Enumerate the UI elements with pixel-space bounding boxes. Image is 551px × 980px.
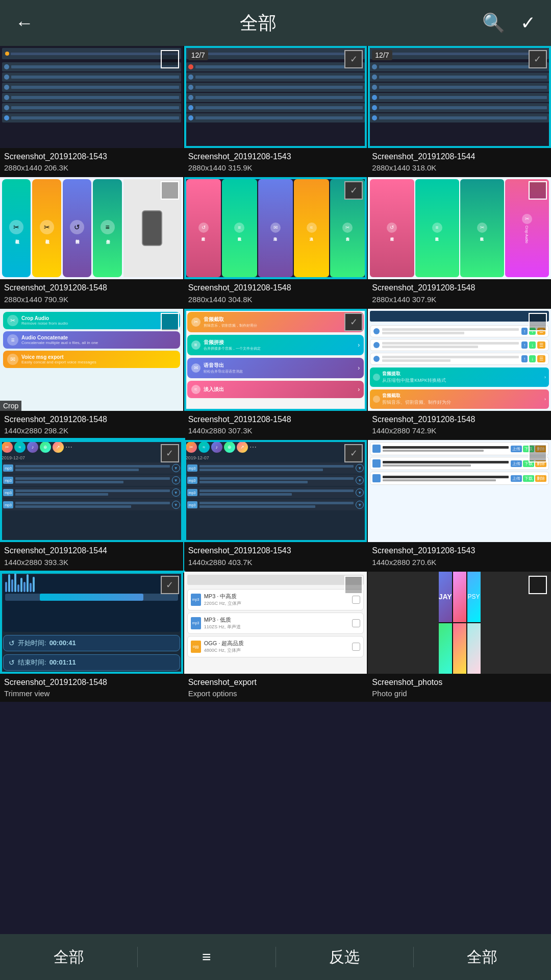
select-checkbox[interactable]: ✓: [344, 444, 363, 462]
grid-item[interactable]: ✂ ≈ ♪ ⊕ ↗ ⋯ 2019-12-07 mp3 ▼: [0, 440, 183, 570]
item-name: Screenshot_20191208-1543: [4, 151, 179, 162]
confirm-button[interactable]: ✓: [520, 12, 536, 34]
bottom-nav-all[interactable]: 全部: [0, 947, 137, 968]
concat-item-4-label: 淡入淡出: [204, 386, 224, 393]
item-info: Screenshot_20191208-1544 2880x1440 318.0…: [368, 148, 551, 176]
grid-item[interactable]: 上传 下载 删除 上传 下载: [368, 440, 551, 570]
photo-cell: [467, 623, 481, 674]
item-meta: 1440x2880 270.6K: [372, 557, 547, 568]
item-info: Screenshot_20191208-1548 1440x2880 307.3…: [184, 411, 367, 439]
item-name: Screenshot_20191208-1544: [372, 151, 547, 162]
back-button[interactable]: ←: [15, 12, 34, 34]
item-meta: 2880x1440 315.9K: [188, 162, 363, 173]
item-name: Screenshot_20191208-1543: [188, 545, 363, 556]
item-info: Screenshot_20191208-1544 1440x2880 393.3…: [0, 542, 183, 570]
end-time-btn[interactable]: ↺ 结束时间: 00:01:11: [3, 654, 180, 671]
grid-item[interactable]: ✂ Crop Audio Remove noise from audio ≡ A…: [0, 309, 183, 439]
select-checkbox[interactable]: ✓: [161, 444, 179, 462]
item-info: Screenshot_20191208-1543 1440x2880 403.7…: [184, 542, 367, 570]
select-checkbox[interactable]: [161, 181, 179, 200]
select-checkbox[interactable]: [529, 444, 547, 462]
select-checkbox[interactable]: [529, 313, 547, 331]
audio-clip-desc: 剪辑音乐、切割音频、制作好为分: [382, 399, 451, 406]
item-name: Screenshot_20191208-1548: [4, 414, 179, 425]
bottom-menu-label: ≡: [202, 948, 211, 966]
audio-concat-desc: Concatenate multiple aud o files, all in…: [21, 340, 98, 345]
grid-item[interactable]: JAY PSY: [368, 572, 551, 702]
select-checkbox[interactable]: ✓: [529, 50, 547, 68]
concat-item-1-label: 音频截取: [204, 316, 257, 323]
item-info: Screenshot_20191208-1543 1440x2880 270.6…: [368, 542, 551, 570]
item-name: Screenshot_export: [188, 677, 363, 688]
grid-item[interactable]: ↺ 音频处理 ≡ 音频提取 ✂ 音频截取 ✂ Crop Audio: [368, 177, 551, 307]
select-checkbox[interactable]: [161, 50, 179, 68]
item-meta: 1440x2880 403.7K: [188, 557, 363, 568]
select-checkbox[interactable]: ✓: [344, 313, 363, 331]
grid-item[interactable]: ✂ 音频截取 ✂ 截取音频 ↺ 音频转换 ≡ 合并音频: [0, 177, 183, 307]
select-checkbox[interactable]: [161, 313, 179, 331]
grid-item[interactable]: ✂ ≈ ♪ ⊕ ↗ ⋯ 2019-12-07 mp3 ▼ mp3: [184, 440, 367, 570]
item-meta: 2880x1440 206.3K: [4, 162, 179, 173]
audio-extract-label: 音频提取: [382, 371, 446, 377]
export-option-3: OGG · 超高品质: [204, 640, 349, 647]
grid-item[interactable]: mp3 MP3 · 中高质 220SC Hz, 立体声 mp3 MP3 · 低质…: [184, 572, 367, 702]
item-name: Screenshot_photos: [372, 677, 547, 688]
item-info: Screenshot_20191208-1548 2880x1440 304.8…: [184, 279, 367, 307]
item-meta: 2880x1440 304.8K: [188, 294, 363, 305]
bottom-invert-label: 反选: [329, 947, 360, 968]
select-checkbox[interactable]: ✓: [344, 181, 363, 200]
concat-item-1-desc: 剪辑音乐，切割音频，制作好用分: [204, 323, 257, 328]
export-option-2: MP3 · 低质: [204, 616, 349, 624]
item-info: Screenshot_export Export options: [184, 674, 367, 702]
start-time-value: 00:00:41: [49, 639, 76, 647]
item-meta: 1440x2880 742.9K: [372, 425, 547, 436]
export-option-1: MP3 · 中高质: [204, 593, 349, 600]
item-info: Screenshot_20191208-1548 1440x2880 298.2…: [0, 411, 183, 439]
item-info: Screenshot_20191208-1548 1440x2880 742.9…: [368, 411, 551, 439]
item-info: Screenshot_20191208-1548 2880x1440 307.9…: [368, 279, 551, 307]
item-name: Screenshot_20191208-1548: [4, 282, 179, 293]
item-meta: 2880x1440 307.9K: [372, 294, 547, 305]
grid-item[interactable]: ✂ 音频截取 剪辑音乐，切割音频，制作好用分 › ≡ 音频拼接 合并拼接多个音频…: [184, 309, 367, 439]
select-checkbox[interactable]: [529, 576, 547, 594]
crop-audio-label: Crop Audio: [21, 315, 68, 321]
content-area: Screenshot_20191208-1543 2880x1440 206.3…: [0, 46, 551, 748]
item-name: Screenshot_20191208-1543: [372, 545, 547, 556]
grid-item[interactable]: ✓ 12/7 Screenshot_20191208-1544 2880x144…: [368, 46, 551, 176]
bottom-nav-menu[interactable]: ≡: [138, 948, 275, 966]
select-checkbox[interactable]: [529, 181, 547, 200]
photo-cell: [453, 572, 466, 622]
start-time-btn[interactable]: ↺ 开始时间: 00:00:41: [3, 635, 180, 651]
audio-extract-desc: 从压缩包中批量KMPK转换格式: [382, 377, 446, 384]
concat-item-3-label: 语音导出: [204, 362, 243, 369]
item-info: Screenshot_20191208-1548 Trimmer view: [0, 674, 183, 702]
item-meta: 2880x1440 790.9K: [4, 294, 179, 305]
end-time-value: 00:01:11: [49, 658, 76, 666]
grid-item[interactable]: ↺ 音频处理 ≡ 音频截取 ✉ 消息导出 ≈ 淡入淡出: [184, 177, 367, 307]
select-checkbox[interactable]: ✓: [161, 576, 179, 594]
select-checkbox[interactable]: ✓: [344, 50, 363, 68]
item-name: Screenshot_20191208-1548: [372, 414, 547, 425]
item-meta: Export options: [188, 688, 363, 699]
grid-item[interactable]: ↑ ↓ ☰ ↑ ↓ ☰: [368, 309, 551, 439]
header: ← 全部 🔍 ✓: [0, 0, 551, 46]
item-info: Screenshot_20191208-1548 2880x1440 790.9…: [0, 279, 183, 307]
concat-item-2-desc: 合并拼接多个音频，一个文件全搞定: [204, 346, 261, 351]
crop-audio-desc: Remove noise from audio: [21, 321, 68, 326]
search-button[interactable]: 🔍: [482, 12, 505, 34]
item-meta: 1440x2880 307.3K: [188, 425, 363, 436]
item-info: Screenshot_20191208-1543 2880x1440 315.9…: [184, 148, 367, 176]
item-info: Screenshot_20191208-1543 2880x1440 206.3…: [0, 148, 183, 176]
select-checkbox[interactable]: [344, 576, 363, 594]
item-name: Screenshot_20191208-1548: [188, 414, 363, 425]
grid-item[interactable]: ✓ 12/7 Screenshot_20191208-1543 2880x144…: [184, 46, 367, 176]
grid-item[interactable]: ↺ 开始时间: 00:00:41 ↺ 结束时间: 00:01:11 ✓ Scr: [0, 572, 183, 702]
audio-clip-label: 音频截取: [382, 393, 451, 399]
photo-cell: [453, 623, 466, 674]
voice-export-desc: Easily concat and export voice messages: [21, 360, 96, 364]
bottom-nav-select-all[interactable]: 全部: [414, 947, 551, 968]
grid-item[interactable]: Screenshot_20191208-1543 2880x1440 206.3…: [0, 46, 183, 176]
bottom-nav-invert[interactable]: 反选: [276, 947, 413, 968]
voice-export-label: Voice msg export: [21, 354, 96, 360]
crop-text-label: Crop: [0, 401, 21, 411]
